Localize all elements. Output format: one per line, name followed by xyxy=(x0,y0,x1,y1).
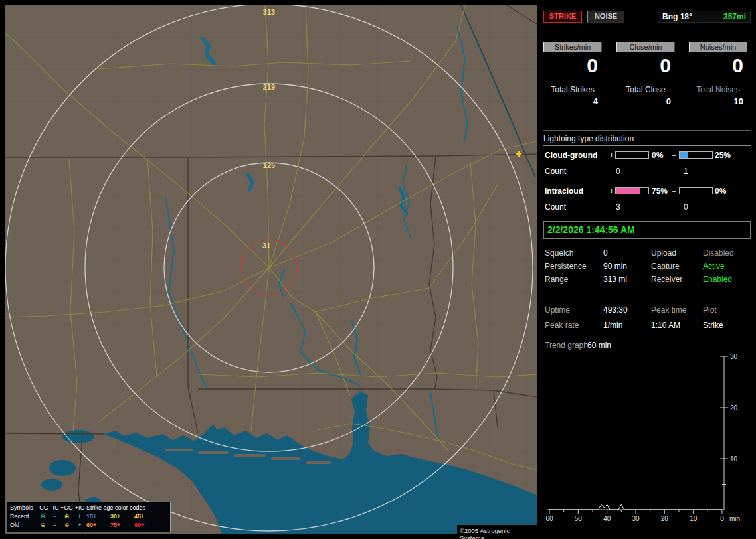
peak-rate-row: Peak rate 1/min 1:10 AM Strike xyxy=(543,321,751,334)
peak-time-value: 1:10 AM xyxy=(651,321,680,330)
intracloud-count-row: Count 3 0 xyxy=(543,202,751,212)
strikes-per-min-header: Strikes/min xyxy=(543,42,602,52)
cloud-ground-label: Cloud-ground xyxy=(545,151,597,160)
y-tick-20: 20 xyxy=(730,404,738,412)
range-receiver-row: Range 313 mi Receiver Enabled xyxy=(543,275,751,288)
squelch-upload-row: Squelch 0 Upload Disabled xyxy=(543,248,751,262)
cloud-ground-minus-bar xyxy=(679,151,713,159)
cloud-ground-minus-fill xyxy=(680,152,688,158)
age-45-label: 45+ xyxy=(134,512,158,521)
intracloud-minus-pct: 0% xyxy=(715,187,726,196)
ring-label-219: 219 xyxy=(263,83,275,91)
map-canvas: + 313 219 125 31 xyxy=(5,5,537,534)
cloud-ground-count-row: Count 0 1 xyxy=(543,167,751,176)
strike-rate-trend-line xyxy=(549,504,722,510)
pos-cg-old-icon: ⊕ xyxy=(60,521,73,530)
intracloud-minus-bar xyxy=(679,187,713,194)
right-panel: STRIKE NOISE Bng 18° 357mi Strikes/min 0… xyxy=(543,0,756,539)
plot-label: Plot xyxy=(703,305,717,315)
total-strikes-label: Total Strikes xyxy=(543,85,602,94)
noises-per-min-header: Noises/min xyxy=(689,42,747,52)
peak-rate-value: 1/min xyxy=(603,321,622,330)
bearing-label: Bng 18° xyxy=(662,12,692,21)
receiver-status: Enabled xyxy=(703,275,732,284)
x-tick-0: 0 xyxy=(720,515,724,522)
count-label: Count xyxy=(545,167,566,176)
range-label: Range xyxy=(545,275,568,284)
bearing-distance: 357mi xyxy=(723,11,746,22)
x-tick-10: 10 xyxy=(690,515,698,522)
intracloud-plus-pct: 75% xyxy=(652,187,668,196)
cloud-ground-minus-pct: 25% xyxy=(715,151,731,160)
squelch-label: Squelch xyxy=(545,248,573,258)
total-close-label: Total Close xyxy=(616,85,675,94)
cloud-ground-minus-count: 1 xyxy=(684,167,688,176)
pos-cg-recent-icon: ⊕ xyxy=(60,512,73,521)
x-tick-60: 60 xyxy=(545,515,553,522)
x-axis-ticks xyxy=(549,510,722,514)
intracloud-minus-count: 0 xyxy=(684,202,688,212)
age-30-label: 30+ xyxy=(110,512,134,521)
legend-row-old: Old ⊖ − ⊕ + 60+ 75+ 90+ xyxy=(10,521,167,530)
uptime-row: Uptime 493:30 Peak time Plot xyxy=(543,305,751,319)
legend-col-pos-cg: +CG xyxy=(60,504,73,512)
strikes-per-min-value: 0 xyxy=(543,54,602,77)
intracloud-plus-bar xyxy=(615,187,649,194)
x-axis-unit: min xyxy=(729,515,740,522)
trend-graph: 30 20 10 60 50 40 30 20 10 0 min xyxy=(543,352,749,529)
trend-window-value: 60 min xyxy=(587,341,611,350)
close-per-min-value: 0 xyxy=(616,54,675,77)
cloud-ground-plus-pct: 0% xyxy=(652,151,663,160)
intracloud-row: Intracloud + 75% − 0% xyxy=(543,187,751,196)
persistence-label: Persistence xyxy=(545,262,587,271)
age-15-label: 15+ xyxy=(86,512,110,521)
uptime-label: Uptime xyxy=(545,305,570,315)
bearing-readout: Bng 18° 357mi xyxy=(658,11,751,23)
plus-sign: + xyxy=(609,187,614,196)
legend-symbols-title: Symbols xyxy=(10,504,37,512)
capture-status: Active xyxy=(703,262,725,271)
cloud-ground-row: Cloud-ground + 0% − 25% xyxy=(543,151,751,161)
cloud-ground-plus-bar xyxy=(615,151,649,159)
neg-ic-recent-icon: − xyxy=(49,512,60,521)
total-noises-label: Total Noises xyxy=(689,85,747,94)
range-value: 313 mi xyxy=(603,275,627,284)
peak-rate-label: Peak rate xyxy=(545,321,579,330)
divider xyxy=(543,130,751,131)
persistence-value: 90 min xyxy=(603,262,627,271)
copyright-notice: ©2005 Astrogenic Systems xyxy=(457,525,538,539)
noises-column: Noises/min 0 Total Noises 10 xyxy=(689,42,747,106)
intracloud-plus-fill xyxy=(616,188,640,194)
total-strikes-value: 4 xyxy=(543,96,602,106)
strikes-column: Strikes/min 0 Total Strikes 4 xyxy=(543,42,602,106)
legend-recent-label: Recent xyxy=(10,512,37,521)
upload-label: Upload xyxy=(651,248,676,258)
noises-per-min-value: 0 xyxy=(689,54,747,77)
divider xyxy=(543,297,751,297)
noise-strike-marker: + xyxy=(516,148,521,159)
peak-time-label: Peak time xyxy=(651,305,686,315)
trend-graph-canvas: 30 20 10 60 50 40 30 20 10 0 min xyxy=(543,352,749,529)
count-label: Count xyxy=(545,202,566,212)
close-per-min-header: Close/min xyxy=(616,42,675,52)
legend-col-neg-cg: -CG xyxy=(37,504,49,512)
ring-label-125: 125 xyxy=(263,161,275,169)
plot-value: Strike xyxy=(703,321,723,330)
uptime-value: 493:30 xyxy=(603,305,628,315)
total-close-value: 0 xyxy=(616,96,675,106)
squelch-value: 0 xyxy=(603,248,608,258)
legend-age-title: Strike age color codes xyxy=(86,504,158,512)
age-75-label: 75+ xyxy=(110,521,134,530)
x-tick-40: 40 xyxy=(603,515,611,522)
noise-toggle-button[interactable]: NOISE xyxy=(587,11,624,23)
age-90-label: 90+ xyxy=(134,521,158,530)
legend-header-row: Symbols -CG -IC +CG +IC Strike age color… xyxy=(10,504,167,512)
x-tick-20: 20 xyxy=(661,515,669,522)
receiver-label: Receiver xyxy=(651,275,682,284)
strike-toggle-button[interactable]: STRIKE xyxy=(543,11,582,23)
neg-cg-recent-icon: ⊖ xyxy=(37,512,49,521)
map-legend: Symbols -CG -IC +CG +IC Strike age color… xyxy=(7,502,171,532)
datetime-display: 2/2/2026 1:44:56 AM xyxy=(543,221,751,239)
y-tick-10: 10 xyxy=(730,455,738,463)
distribution-title: Lightning type distribution xyxy=(543,134,751,146)
